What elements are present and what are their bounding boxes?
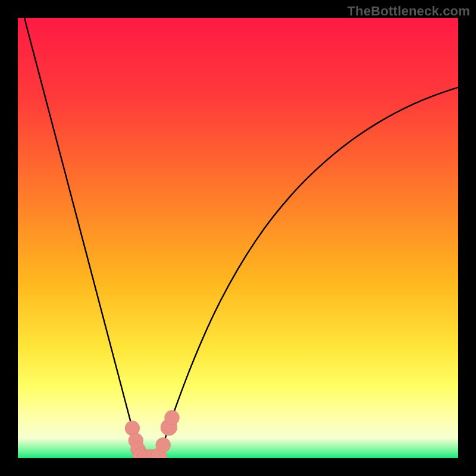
marker-group bbox=[125, 411, 179, 458]
attribution-label: TheBottleneck.com bbox=[347, 4, 470, 19]
plot-area bbox=[18, 18, 458, 458]
curve-marker bbox=[156, 437, 171, 452]
chart-frame: TheBottleneck.com bbox=[0, 0, 476, 476]
curve-marker bbox=[165, 411, 180, 425]
curve-layer bbox=[18, 18, 458, 458]
bottleneck-curve bbox=[18, 18, 458, 458]
